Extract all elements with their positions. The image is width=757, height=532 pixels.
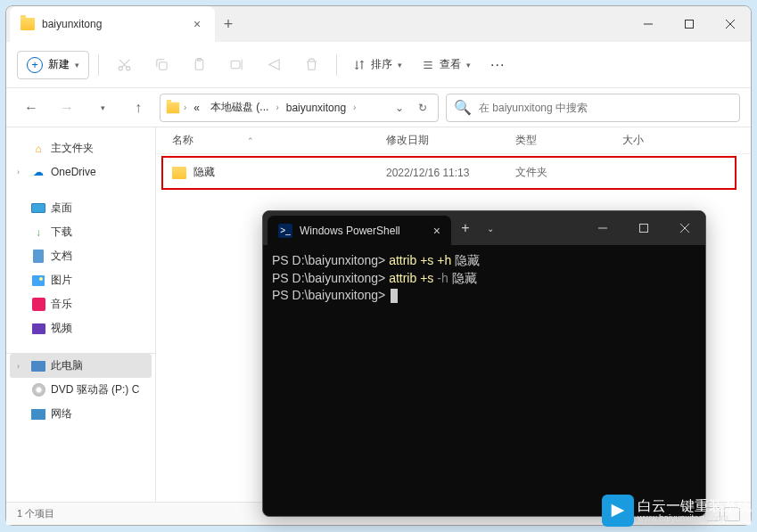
delete-icon[interactable] <box>295 49 327 81</box>
sidebar-item-label: 音乐 <box>51 297 72 312</box>
navigation-bar: ← → ▾ ↑ › « 本地磁盘 (... › baiyunxitong › ⌄… <box>6 88 751 127</box>
folder-icon <box>167 102 179 113</box>
address-bar[interactable]: › « 本地磁盘 (... › baiyunxitong › ⌄ ↻ <box>160 94 439 122</box>
chevron-down-icon: ▾ <box>398 61 402 70</box>
watermark: 白云一键重装系统 www.baiyunxitong.com <box>602 495 752 527</box>
sidebar-item-pictures[interactable]: 图片 <box>10 268 152 292</box>
sidebar-item-dvd[interactable]: DVD 驱动器 (P:) C <box>10 378 152 402</box>
terminal-maximize-button[interactable] <box>623 211 664 245</box>
terminal-new-tab-button[interactable]: + <box>451 211 480 245</box>
column-header-date[interactable]: 修改日期 <box>386 133 515 148</box>
terminal-tab-title: Windows PowerShell <box>300 225 426 237</box>
terminal-titlebar[interactable]: >_ Windows PowerShell × + ⌄ <box>263 211 705 245</box>
terminal-tab-close-icon[interactable]: × <box>433 224 440 238</box>
search-input[interactable] <box>479 102 732 114</box>
cursor-icon <box>391 289 398 303</box>
breadcrumb-segment: « <box>190 100 203 116</box>
column-header-size[interactable]: 大小 <box>622 133 735 148</box>
sidebar-item-onedrive[interactable]: ›☁OneDrive <box>10 160 152 184</box>
sidebar-item-label: 网络 <box>51 406 72 422</box>
pc-icon <box>31 359 45 373</box>
terminal-close-button[interactable] <box>664 211 705 245</box>
sort-button[interactable]: 排序 ▾ <box>346 52 409 78</box>
rename-icon[interactable] <box>220 49 252 81</box>
powershell-icon: >_ <box>278 224 292 238</box>
sidebar-item-videos[interactable]: 视频 <box>10 316 152 340</box>
terminal-tab-dropdown[interactable]: ⌄ <box>480 211 501 245</box>
sidebar: ⌂主文件夹 ›☁OneDrive 桌面 ↓下载 文档 图片 音乐 视频 ›此电脑… <box>6 127 156 502</box>
sidebar-item-label: OneDrive <box>51 166 96 178</box>
terminal-body[interactable]: PS D:\baiyunxitong> attrib +s +h 隐藏 PS D… <box>263 245 705 516</box>
search-bar[interactable]: 🔍 <box>446 94 740 122</box>
minimize-button[interactable] <box>628 10 669 38</box>
maximize-button[interactable] <box>669 10 710 38</box>
sidebar-item-downloads[interactable]: ↓下载 <box>10 220 152 244</box>
sidebar-item-label: DVD 驱动器 (P:) C <box>51 382 139 397</box>
folder-icon <box>21 18 35 30</box>
tab-title: baiyunxitong <box>42 18 183 30</box>
breadcrumb-segment[interactable]: baiyunxitong <box>283 100 350 116</box>
window-tab[interactable]: baiyunxitong × <box>10 6 215 42</box>
terminal-minimize-button[interactable] <box>582 211 623 245</box>
plus-circle-icon: + <box>27 57 43 73</box>
sidebar-item-home[interactable]: ⌂主文件夹 <box>10 136 152 160</box>
sidebar-item-desktop[interactable]: 桌面 <box>10 196 152 220</box>
column-headers[interactable]: 名称⌃ 修改日期 类型 大小 <box>156 127 751 154</box>
paste-icon[interactable] <box>183 49 215 81</box>
watermark-logo-icon <box>602 495 634 527</box>
sort-arrow-icon: ⌃ <box>247 136 254 145</box>
watermark-url: www.baiyunxitong.com <box>638 513 752 523</box>
sidebar-item-label: 文档 <box>51 249 72 264</box>
new-button[interactable]: + 新建 ▾ <box>17 51 89 79</box>
sidebar-item-label: 下载 <box>51 225 72 240</box>
chevron-right-icon[interactable]: › <box>184 102 186 112</box>
document-icon <box>31 250 45 264</box>
up-button[interactable]: ↑ <box>124 94 152 122</box>
back-button[interactable]: ← <box>17 94 45 122</box>
copy-icon[interactable] <box>145 49 177 81</box>
music-icon <box>31 298 45 312</box>
sidebar-item-label: 此电脑 <box>51 358 83 373</box>
terminal-line: PS D:\baiyunxitong> attrib +s -h 隐藏 <box>272 270 696 288</box>
view-button[interactable]: 查看 ▾ <box>415 52 478 78</box>
svg-rect-8 <box>159 62 167 70</box>
address-dropdown[interactable]: ⌄ <box>390 102 409 114</box>
chevron-right-icon[interactable]: › <box>17 168 26 176</box>
tab-close-icon[interactable]: × <box>190 17 204 31</box>
cut-icon[interactable] <box>108 49 140 81</box>
sidebar-item-documents[interactable]: 文档 <box>10 244 152 268</box>
sidebar-item-label: 图片 <box>51 273 72 288</box>
item-count: 1 个项目 <box>17 507 54 520</box>
toolbar: + 新建 ▾ 排序 ▾ 查看 ▾ ··· <box>6 42 751 88</box>
chevron-right-icon[interactable]: › <box>353 102 356 112</box>
svg-rect-1 <box>686 20 694 29</box>
watermark-title: 白云一键重装系统 <box>638 498 752 514</box>
sidebar-item-label: 桌面 <box>51 201 72 216</box>
sidebar-item-network[interactable]: 网络 <box>10 402 152 426</box>
chevron-right-icon[interactable]: › <box>17 362 26 371</box>
dvd-icon <box>31 383 45 397</box>
home-icon: ⌂ <box>31 142 45 156</box>
titlebar[interactable]: baiyunxitong × + <box>6 6 751 42</box>
forward-button[interactable]: → <box>53 94 81 122</box>
refresh-button[interactable]: ↻ <box>413 102 432 114</box>
sidebar-item-label: 视频 <box>51 321 72 336</box>
column-header-name[interactable]: 名称⌃ <box>172 133 386 148</box>
sidebar-item-music[interactable]: 音乐 <box>10 292 152 316</box>
terminal-line: PS D:\baiyunxitong> attrib +s +h 隐藏 <box>272 252 696 270</box>
sidebar-item-label: 主文件夹 <box>51 141 94 156</box>
recent-dropdown[interactable]: ▾ <box>88 94 117 122</box>
share-icon[interactable] <box>258 49 290 81</box>
new-button-label: 新建 <box>48 57 70 72</box>
terminal-window: >_ Windows PowerShell × + ⌄ PS D:\baiyun… <box>262 210 706 517</box>
chevron-down-icon: ▾ <box>466 61 471 70</box>
download-icon: ↓ <box>31 225 45 240</box>
column-header-type[interactable]: 类型 <box>515 133 622 148</box>
terminal-tab[interactable]: >_ Windows PowerShell × <box>267 216 451 245</box>
sidebar-item-thispc[interactable]: ›此电脑 <box>10 354 152 378</box>
chevron-right-icon[interactable]: › <box>276 102 278 112</box>
close-button[interactable] <box>710 10 751 38</box>
breadcrumb-segment[interactable]: 本地磁盘 (... <box>207 98 272 117</box>
more-options-button[interactable]: ··· <box>483 52 512 78</box>
new-tab-button[interactable]: + <box>215 15 242 34</box>
